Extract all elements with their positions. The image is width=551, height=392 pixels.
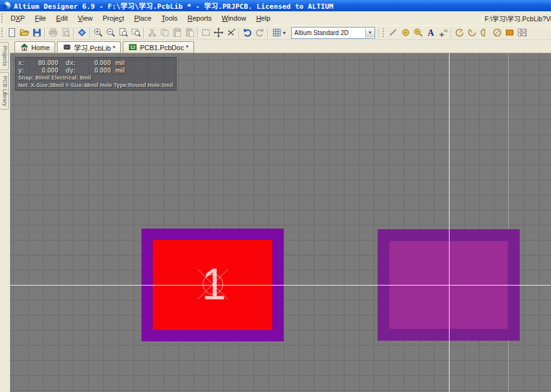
place-fill-button[interactable] xyxy=(503,27,516,38)
home-icon xyxy=(20,43,29,53)
toolbar-grip[interactable] xyxy=(1,14,4,23)
menu-place[interactable]: Place xyxy=(129,13,157,24)
menu-help[interactable]: Help xyxy=(251,13,276,24)
menu-tools[interactable]: Tools xyxy=(157,13,183,24)
hud-x-value: 80.000 xyxy=(27,59,58,66)
copy-icon xyxy=(160,28,170,38)
arc-by-center-icon xyxy=(455,28,465,38)
pcbdoc-icon xyxy=(128,43,137,53)
svg-text:A: A xyxy=(428,28,435,38)
view-config-button[interactable] xyxy=(76,27,88,38)
menu-file[interactable]: File xyxy=(30,13,51,24)
origin-axis-horizontal xyxy=(10,285,551,286)
menu-project[interactable]: Project xyxy=(98,13,129,24)
place-via-icon xyxy=(413,28,423,38)
arc-by-edge-button[interactable] xyxy=(466,27,478,38)
redo-button[interactable] xyxy=(254,27,266,38)
origin-axis-vertical xyxy=(449,53,450,392)
move-button[interactable] xyxy=(212,27,225,38)
hud-x-row: x:80.000 dx:0.000 mil xyxy=(18,59,173,66)
toolbar-separator xyxy=(44,28,46,38)
place-string-button[interactable]: A xyxy=(425,27,437,38)
menu-view[interactable]: View xyxy=(73,13,98,24)
tab-pcblib[interactable]: 学习.PcbLib * xyxy=(57,41,121,53)
paste-array-button[interactable]: 1111 xyxy=(516,27,528,38)
redo-icon xyxy=(255,28,265,38)
cross-probe-icon xyxy=(226,28,236,38)
hud-net-line: Net: X-Size:38mil Y-Size:48mil Hole Type… xyxy=(18,82,173,89)
place-fill-icon xyxy=(505,28,515,38)
place-coordinate-button[interactable]: 10,10 xyxy=(437,27,450,38)
toolbar-separator xyxy=(267,28,269,38)
altium-logo-icon xyxy=(3,2,11,9)
toolbar-grip[interactable] xyxy=(482,14,483,23)
place-coordinate-icon: 10,10 xyxy=(438,28,448,38)
zoom-out-button[interactable] xyxy=(105,27,117,38)
new-icon xyxy=(7,28,17,38)
cross-probe-button[interactable] xyxy=(225,27,237,38)
arc-by-edge-icon xyxy=(467,28,477,38)
pcblib-icon xyxy=(63,43,71,53)
paste-array-icon: 1111 xyxy=(517,28,527,38)
undo-button[interactable] xyxy=(241,27,254,38)
print-preview-button[interactable] xyxy=(59,27,72,38)
place-line-button[interactable] xyxy=(387,27,399,38)
zoom-in-button[interactable] xyxy=(92,27,105,38)
select-area-button[interactable] xyxy=(200,27,212,38)
view-configuration-value: Altium Standard 2D xyxy=(294,29,349,36)
menu-bar: DXP File Edit View Project Place Tools R… xyxy=(0,11,551,26)
tab-pcbdoc[interactable]: PCB1.PcbDoc * xyxy=(123,41,194,53)
snap-grid-icon xyxy=(272,28,282,38)
menu-dxp[interactable]: DXP xyxy=(6,13,30,24)
zoom-area-icon xyxy=(131,28,141,38)
arc-any-angle-icon xyxy=(480,28,490,38)
panel-tab-pcb-library[interactable]: PCB Library xyxy=(0,72,9,110)
open-icon xyxy=(19,28,29,38)
coarse-grid-line xyxy=(508,53,509,392)
toolbar-grip[interactable] xyxy=(383,28,385,38)
tab-label: 学习.PcbLib * xyxy=(74,43,115,53)
paste-icon xyxy=(172,28,182,38)
pad-designator: 1 xyxy=(202,262,226,306)
open-button[interactable] xyxy=(18,27,31,38)
chevron-down-icon[interactable]: ▼ xyxy=(365,28,374,38)
copy-button[interactable] xyxy=(158,27,171,38)
cut-icon xyxy=(147,28,157,38)
new-button[interactable] xyxy=(6,27,18,38)
tab-label: PCB1.PcbDoc * xyxy=(140,44,188,51)
zoom-area-button[interactable] xyxy=(130,27,142,38)
paste-special-icon xyxy=(185,28,195,38)
place-pad-button[interactable] xyxy=(399,27,412,38)
view-configuration-combo[interactable]: Altium Standard 2D▼ xyxy=(291,27,375,39)
panel-tab-projects[interactable]: Projects xyxy=(0,42,9,70)
document-path: F:\学习\学习.PcbLib?Vi xyxy=(481,14,551,23)
menu-edit[interactable]: Edit xyxy=(51,13,73,24)
pcb-canvas[interactable]: 1 x:80.000 dx:0.000 mil xyxy=(10,53,551,392)
print-button[interactable] xyxy=(47,27,59,38)
print-icon xyxy=(48,28,58,38)
place-via-button[interactable] xyxy=(412,27,425,38)
toolbar-separator xyxy=(379,28,380,38)
main-area: Projects PCB Library Home 学习.PcbLib * PC… xyxy=(0,40,551,392)
select-area-icon xyxy=(201,28,211,38)
menu-window[interactable]: Window xyxy=(217,13,251,24)
hud-y-row: y:0.000 dy:0.000 mil xyxy=(18,66,173,74)
place-pad-icon xyxy=(401,28,411,38)
undo-icon xyxy=(242,28,252,38)
save-button[interactable] xyxy=(31,27,43,38)
paste-button[interactable] xyxy=(171,27,183,38)
zoom-out-icon xyxy=(106,28,116,38)
menu-reports[interactable]: Reports xyxy=(182,13,217,24)
title-bar: Altium Designer 6.9 - F:\学习\学习.PcbLib * … xyxy=(0,0,551,11)
zoom-document-button[interactable] xyxy=(117,27,130,38)
snap-grid-button[interactable]: ▼ xyxy=(270,27,289,38)
toolbar-grip[interactable] xyxy=(1,28,4,38)
full-circle-button[interactable] xyxy=(491,27,503,38)
arc-any-angle-button[interactable] xyxy=(478,27,491,38)
document-tab-bar: Home 学习.PcbLib * PCB1.PcbDoc * xyxy=(10,40,551,53)
cut-button[interactable] xyxy=(146,27,158,38)
paste-special-button[interactable] xyxy=(183,27,196,38)
view-config-icon xyxy=(77,28,87,38)
arc-by-center-button[interactable] xyxy=(453,27,466,38)
tab-home[interactable]: Home xyxy=(14,41,55,53)
